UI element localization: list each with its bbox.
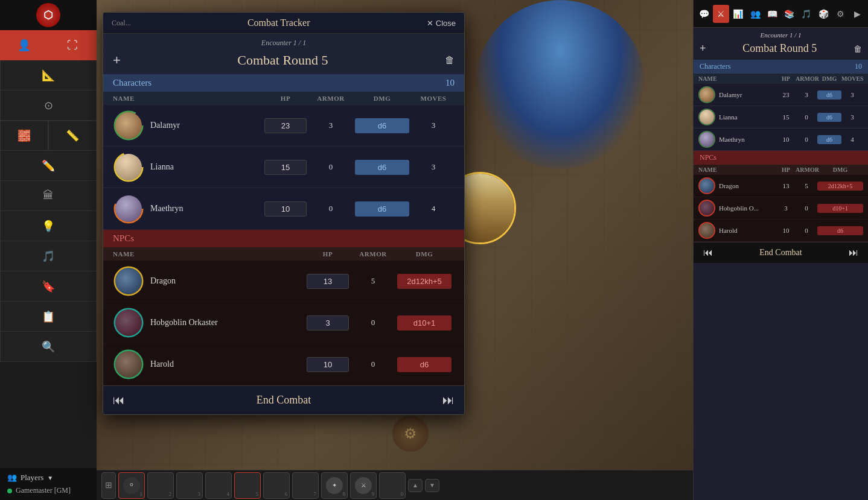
sidebar-measure-btn[interactable]: 📏: [48, 121, 97, 151]
hotbar-slot-6[interactable]: 6: [263, 472, 290, 499]
mini-dmg-lianna[interactable]: d6: [817, 113, 841, 122]
app-logo: ⬡: [36, 3, 60, 27]
hotbar-slot-8[interactable]: ✦ 8: [321, 472, 348, 499]
hotbar-scroll-down[interactable]: ▼: [425, 479, 439, 492]
mini-trash-button[interactable]: 🗑: [854, 44, 862, 54]
players-button[interactable]: 👥 Players ▼: [7, 473, 89, 483]
sidebar-ruler-btn[interactable]: 📐: [0, 60, 97, 90]
dmg-btn-dalamyr[interactable]: d6: [355, 118, 409, 133]
sidebar-target-btn[interactable]: ⊙: [0, 90, 97, 121]
armor-dragon: 5: [352, 276, 394, 286]
mini-avatar-lianna: [698, 109, 715, 125]
mini-char-row-dalamyr[interactable]: Dalamyr 23 3 d6 3: [694, 84, 868, 106]
music-icon-btn[interactable]: 🎵: [799, 5, 814, 23]
sidebar-light-btn[interactable]: 💡: [0, 211, 97, 241]
mini-dmg-maethryn[interactable]: d6: [817, 135, 841, 144]
dmg-btn-harold[interactable]: d6: [397, 357, 452, 372]
sidebar-journal-btn[interactable]: 🔖: [0, 271, 97, 302]
dmg-btn-hobgoblin[interactable]: d10+1: [397, 315, 452, 331]
tracker-characters-count: 10: [445, 78, 455, 88]
mini-dmg-dalamyr[interactable]: d6: [817, 90, 841, 100]
mini-dmg-hobgoblin[interactable]: d10+1: [817, 204, 863, 213]
sidebar-scenes-btn[interactable]: 📋: [0, 302, 97, 332]
right-panel: 💬 ⚔ 📊 👥 📖 📚 🎵 🎲 ⚙ ▶ Encounter 1 / 1 + Co…: [693, 0, 868, 500]
dmg-btn-lianna[interactable]: d6: [355, 160, 409, 175]
dmg-btn-dragon[interactable]: 2d12kh+5: [397, 274, 452, 289]
app-logo-area: ⬡: [0, 0, 97, 30]
tracker-round-title: Combat Round 5: [237, 52, 328, 68]
tracker-close-button[interactable]: ✕ Close: [427, 19, 456, 28]
stats-icon-btn[interactable]: 📊: [730, 5, 746, 23]
hp-input-dragon[interactable]: [307, 274, 349, 289]
mini-dmg-dragon[interactable]: 2d12kh+5: [817, 182, 863, 191]
dice-icon-btn[interactable]: 🎲: [815, 5, 831, 23]
avatar-maethryn: [115, 195, 142, 222]
mini-name-harold: Harold: [719, 227, 776, 234]
hp-wrap-hobgoblin: [304, 315, 352, 331]
tracker-prev-button[interactable]: ⏮: [113, 393, 125, 407]
mini-npc-col-armor-h: ARMOR: [796, 166, 817, 173]
sidebar-music-btn[interactable]: 🎵: [0, 241, 97, 271]
compendium-icon-btn[interactable]: 📚: [782, 5, 797, 23]
combat-icon-btn[interactable]: ⚔: [713, 5, 729, 23]
mini-char-row-lianna[interactable]: Lianna 15 0 d6 3: [694, 106, 868, 128]
hp-input-maethryn[interactable]: [264, 201, 307, 217]
hp-input-lianna[interactable]: [264, 160, 307, 175]
mini-round-header: + Combat Round 5 🗑: [694, 40, 868, 60]
sidebar-draw-btn[interactable]: ✏️: [0, 151, 97, 181]
hp-input-harold[interactable]: [307, 357, 349, 372]
chat-icon-btn[interactable]: 💬: [696, 5, 712, 23]
tracker-npcs-label: NPCs: [113, 233, 134, 244]
settings-icon-btn[interactable]: ⚙: [832, 5, 848, 23]
tracker-characters-header: Characters 10: [103, 74, 464, 92]
sidebar-tiles-btn[interactable]: 🧱: [0, 121, 48, 151]
tracker-end-combat-button[interactable]: End Combat: [125, 394, 442, 407]
slot-num-6: 6: [285, 491, 288, 497]
mini-next-button[interactable]: ⏭: [849, 247, 858, 258]
hotbar-slot-7[interactable]: 7: [292, 472, 319, 499]
mini-col-moves-h: MOVES: [841, 75, 863, 82]
tracker-trash-button[interactable]: 🗑: [445, 55, 455, 66]
mini-char-row-maethryn[interactable]: Maethryn 10 0 d6 4: [694, 128, 868, 151]
hotbar-slot-4[interactable]: 4: [205, 472, 232, 499]
hp-wrap-harold: [304, 357, 352, 372]
mini-characters-header: Characters 10: [694, 60, 868, 74]
mini-npc-row-dragon[interactable]: Dragon 13 5 2d12kh+5: [694, 175, 868, 197]
hotbar-scroll-up[interactable]: ▲: [408, 479, 423, 492]
dmg-wrap-dragon: 2d12kh+5: [394, 274, 455, 289]
sidebar-search-btn[interactable]: 🔍: [0, 332, 97, 362]
players-icon-btn[interactable]: 👥: [747, 5, 763, 23]
play-icon-btn[interactable]: ▶: [850, 5, 866, 23]
tracker-add-button[interactable]: +: [113, 54, 121, 67]
tracker-npcs-header: NPCs: [103, 230, 464, 247]
hp-input-dalamyr[interactable]: [264, 118, 307, 133]
journal-icon-btn[interactable]: 📖: [764, 5, 780, 23]
mini-end-combat-button[interactable]: End Combat: [759, 248, 802, 258]
mini-name-lianna: Lianna: [719, 113, 776, 121]
hotbar-slot-3[interactable]: 3: [176, 472, 203, 499]
mini-round-title: Combat Round 5: [742, 42, 817, 55]
mini-dmg-harold[interactable]: d6: [817, 226, 863, 235]
hotbar-slot-0[interactable]: 0: [379, 472, 406, 499]
sidebar-frame-btn[interactable]: ⛶: [48, 30, 97, 60]
hotbar-slot-1[interactable]: ⚬ 1: [118, 472, 145, 499]
mini-col-dmg-h: DMG: [817, 75, 841, 82]
mini-npc-row-harold[interactable]: Harold 10 0 d6: [694, 220, 868, 242]
moves-maethryn: 4: [412, 204, 455, 214]
dmg-btn-maethryn[interactable]: d6: [355, 201, 409, 217]
hotbar-expand-btn[interactable]: ⊞: [101, 472, 116, 499]
close-label: Close: [436, 19, 456, 28]
hotbar-slot-9[interactable]: ⚔ 9: [350, 472, 377, 499]
mini-armor-hobgoblin: 0: [796, 204, 817, 212]
sidebar-assets-btn[interactable]: 🏛: [0, 181, 97, 211]
hp-input-hobgoblin[interactable]: [307, 315, 349, 331]
mini-moves-lianna: 3: [841, 113, 863, 121]
tracker-npc-col-headers: NAME HP ARMOR DMG: [103, 247, 464, 261]
hotbar-slot-2[interactable]: 2: [147, 472, 174, 499]
tracker-next-button[interactable]: ⏭: [442, 393, 455, 407]
sidebar-character-btn[interactable]: 👤: [0, 30, 48, 60]
mini-npc-row-hobgoblin[interactable]: Hobgoblin O... 3 0 d10+1: [694, 197, 868, 220]
mini-prev-button[interactable]: ⏮: [703, 247, 713, 258]
mini-add-button[interactable]: +: [700, 42, 706, 55]
hotbar-slot-5[interactable]: 5: [234, 472, 261, 499]
